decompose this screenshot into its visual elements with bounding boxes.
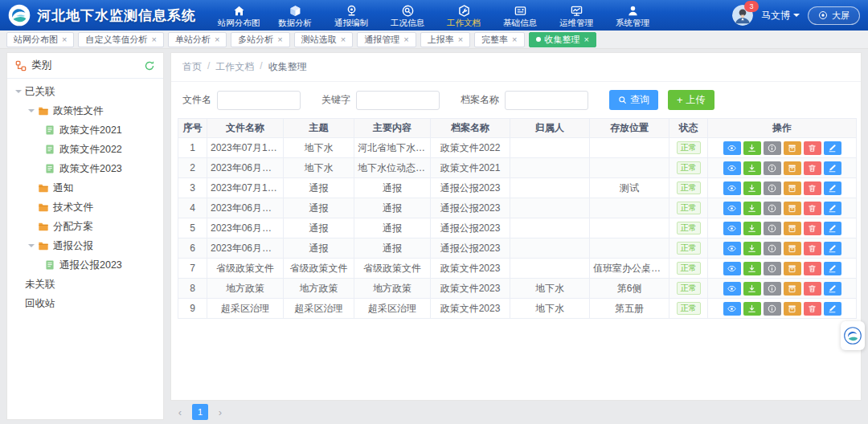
tab-3[interactable]: 多站分析× bbox=[231, 32, 289, 47]
nav-item-condition-info[interactable]: 工况信息 bbox=[383, 2, 432, 29]
row-action-download-button[interactable] bbox=[743, 161, 761, 175]
prev-page-button[interactable]: ‹ bbox=[172, 404, 188, 420]
nav-item-data-analysis[interactable]: 数据分析 bbox=[270, 2, 320, 29]
archive-name-input[interactable] bbox=[505, 91, 588, 110]
user-menu[interactable]: 马文博 bbox=[761, 9, 800, 22]
row-action-edit-button[interactable] bbox=[824, 242, 841, 255]
nav-item-sys-mgmt[interactable]: 系统管理 bbox=[608, 2, 657, 29]
row-action-archive-button[interactable] bbox=[784, 242, 801, 255]
close-icon[interactable]: × bbox=[215, 35, 219, 44]
row-action-info-button[interactable] bbox=[764, 161, 781, 175]
row-action-view-button[interactable] bbox=[723, 181, 741, 195]
user-avatar[interactable]: 3 bbox=[732, 5, 753, 26]
page-number-button[interactable]: 1 bbox=[192, 404, 208, 420]
row-action-info-button[interactable] bbox=[764, 282, 781, 296]
row-action-archive-button[interactable] bbox=[784, 161, 801, 175]
tree-item[interactable]: 未关联 bbox=[7, 275, 163, 294]
nav-item-base-info[interactable]: 基础信息 bbox=[495, 2, 545, 29]
row-action-edit-button[interactable] bbox=[824, 282, 841, 296]
row-action-delete-button[interactable] bbox=[804, 181, 821, 195]
row-action-view-button[interactable] bbox=[723, 202, 741, 215]
row-action-download-button[interactable] bbox=[743, 282, 761, 296]
close-icon[interactable]: × bbox=[341, 35, 346, 44]
row-action-download-button[interactable] bbox=[743, 181, 761, 195]
breadcrumb-item[interactable]: 工作文档 bbox=[215, 60, 254, 74]
row-action-delete-button[interactable] bbox=[804, 282, 821, 296]
row-action-edit-button[interactable] bbox=[824, 302, 841, 316]
row-action-edit-button[interactable] bbox=[824, 222, 841, 235]
row-action-archive-button[interactable] bbox=[784, 202, 801, 215]
nav-item-work-docs[interactable]: 工作文档 bbox=[439, 2, 489, 29]
row-action-info-button[interactable] bbox=[764, 262, 781, 275]
nav-item-ops-mgmt[interactable]: 运维管理 bbox=[551, 2, 601, 29]
close-icon[interactable]: × bbox=[277, 35, 282, 44]
close-icon[interactable]: × bbox=[584, 35, 589, 44]
row-action-delete-button[interactable] bbox=[804, 242, 821, 255]
row-action-edit-button[interactable] bbox=[824, 202, 841, 215]
refresh-icon[interactable] bbox=[144, 60, 155, 71]
row-action-info-button[interactable] bbox=[764, 302, 781, 316]
close-icon[interactable]: × bbox=[151, 35, 156, 44]
row-action-view-button[interactable] bbox=[723, 302, 741, 316]
row-action-download-button[interactable] bbox=[743, 302, 761, 316]
tree-expand-icon[interactable] bbox=[27, 241, 36, 251]
keyword-input[interactable] bbox=[356, 91, 440, 110]
tree-item[interactable]: 通报公报 bbox=[7, 236, 163, 255]
tree-item[interactable]: 政策文件2023 bbox=[7, 159, 163, 178]
row-action-edit-button[interactable] bbox=[824, 161, 841, 175]
row-action-delete-button[interactable] bbox=[804, 141, 821, 155]
close-icon[interactable]: × bbox=[512, 35, 517, 44]
tree-item[interactable]: 回收站 bbox=[7, 294, 163, 313]
tab-1[interactable]: 自定义等值分析× bbox=[78, 32, 163, 47]
row-action-view-button[interactable] bbox=[723, 262, 741, 275]
row-action-info-button[interactable] bbox=[764, 141, 781, 155]
next-page-button[interactable]: › bbox=[212, 404, 228, 420]
tab-8[interactable]: 收集整理× bbox=[529, 32, 596, 47]
row-action-edit-button[interactable] bbox=[824, 181, 841, 195]
row-action-info-button[interactable] bbox=[764, 242, 781, 255]
filename-input[interactable] bbox=[217, 91, 301, 110]
row-action-download-button[interactable] bbox=[743, 242, 761, 255]
row-action-delete-button[interactable] bbox=[804, 262, 821, 275]
upload-button[interactable]: + 上传 bbox=[668, 90, 714, 110]
row-action-archive-button[interactable] bbox=[784, 262, 801, 275]
tree-item[interactable]: 政策文件2021 bbox=[7, 120, 163, 140]
nav-item-station-map[interactable]: 站网分布图 bbox=[214, 2, 264, 29]
nav-item-report-compile[interactable]: 通报编制 bbox=[326, 2, 376, 29]
tab-0[interactable]: 站网分布图× bbox=[6, 32, 74, 47]
tab-2[interactable]: 单站分析× bbox=[168, 32, 227, 47]
query-button[interactable]: 查询 bbox=[609, 90, 658, 110]
tree-expand-icon[interactable] bbox=[14, 87, 23, 96]
row-action-info-button[interactable] bbox=[764, 222, 781, 235]
close-icon[interactable]: × bbox=[458, 35, 463, 44]
row-action-download-button[interactable] bbox=[743, 202, 761, 215]
row-action-info-button[interactable] bbox=[764, 181, 781, 195]
row-action-download-button[interactable] bbox=[743, 262, 761, 275]
tree-item[interactable]: 技术文件 bbox=[7, 198, 163, 217]
tab-5[interactable]: 通报管理× bbox=[357, 32, 416, 47]
row-action-view-button[interactable] bbox=[723, 282, 741, 296]
tab-7[interactable]: 完整率× bbox=[474, 32, 524, 47]
tree-item[interactable]: 已关联 bbox=[7, 82, 163, 101]
row-action-archive-button[interactable] bbox=[784, 181, 801, 195]
row-action-view-button[interactable] bbox=[723, 141, 741, 155]
row-action-delete-button[interactable] bbox=[804, 202, 821, 215]
row-action-view-button[interactable] bbox=[723, 161, 741, 175]
row-action-download-button[interactable] bbox=[743, 222, 761, 235]
tree-item[interactable]: 分配方案 bbox=[7, 217, 163, 236]
tree-item[interactable]: 政策文件2022 bbox=[7, 140, 163, 159]
tab-4[interactable]: 测站选取× bbox=[294, 32, 353, 47]
row-action-archive-button[interactable] bbox=[784, 222, 801, 235]
tree-item[interactable]: 通知 bbox=[7, 178, 163, 198]
row-action-archive-button[interactable] bbox=[784, 282, 801, 296]
row-action-edit-button[interactable] bbox=[824, 141, 841, 155]
row-action-archive-button[interactable] bbox=[784, 141, 801, 155]
tree-item[interactable]: 政策性文件 bbox=[7, 101, 163, 120]
tab-6[interactable]: 上报率× bbox=[420, 32, 470, 47]
row-action-delete-button[interactable] bbox=[804, 302, 821, 316]
close-icon[interactable]: × bbox=[403, 35, 408, 44]
row-action-download-button[interactable] bbox=[743, 141, 761, 155]
row-action-edit-button[interactable] bbox=[824, 262, 841, 275]
row-action-view-button[interactable] bbox=[723, 242, 741, 255]
big-screen-button[interactable]: 大屏 bbox=[808, 6, 860, 25]
